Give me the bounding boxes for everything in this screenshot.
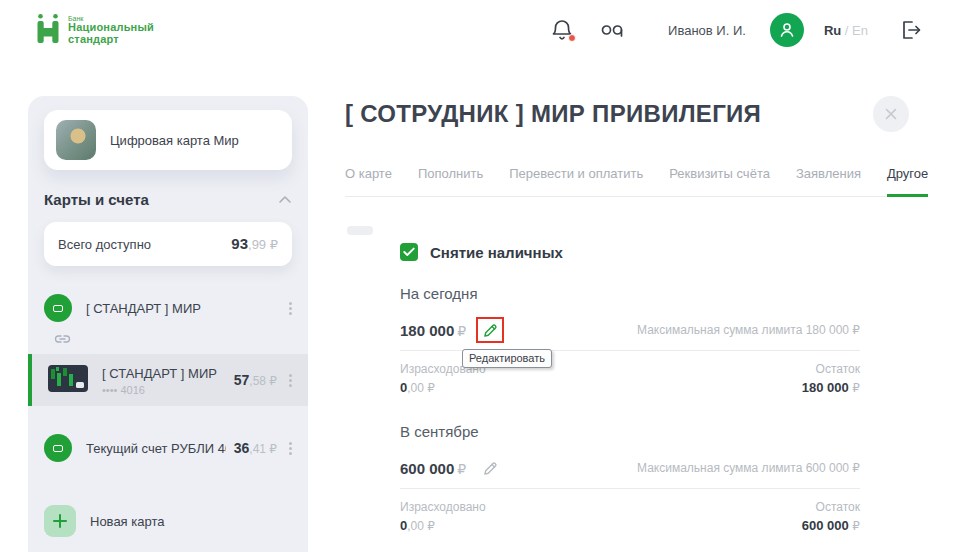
rest-value: 180 000 ₽: [802, 380, 860, 395]
limit-amount-value: 600 000: [400, 460, 454, 477]
spent-block: Израсходовано 0,00 ₽: [400, 500, 486, 533]
limit-amount: 180 000₽: [400, 322, 466, 339]
cards-accounts-title: Карты и счета: [44, 191, 149, 208]
amount-frac: ,99 ₽: [248, 237, 278, 252]
period-label: В сентябре: [400, 423, 860, 440]
rest-int: 600 000: [802, 518, 849, 533]
divider: [400, 488, 860, 489]
tab-zayavleniya[interactable]: Заявления: [796, 166, 861, 197]
limit-amount-row: 600 000₽ Максимальная сумма лимита 600 0…: [400, 454, 860, 482]
max-limit-label: Максимальная сумма лимита 180 000 ₽: [637, 323, 860, 337]
digital-card-image: [56, 120, 96, 160]
rest-cur: ₽: [852, 519, 860, 533]
card-balance: 57,58 ₽: [234, 371, 277, 389]
plus-icon: [44, 505, 76, 537]
rest-value: 600 000 ₽: [802, 518, 860, 533]
tab-rekvizity-scheta[interactable]: Реквизиты счёта: [669, 166, 770, 197]
spent-label: Израсходовано: [400, 500, 486, 514]
limit-amount: 600 000₽: [400, 460, 466, 477]
page-title: [ СОТРУДНИК ] МИР ПРИВИЛЕГИЯ: [345, 100, 761, 128]
rest-cur: ₽: [852, 381, 860, 395]
chevron-up-icon[interactable]: [278, 190, 292, 208]
tab-perevesti-i-oplatit[interactable]: Перевести и оплатить: [509, 166, 643, 197]
account-row-current-rub[interactable]: Текущий счет РУБЛИ 40 36,41 ₽: [28, 422, 308, 474]
card-row-standart-mir-4016-selected[interactable]: [ СТАНДАРТ ] МИР •••• 4016 57,58 ₽: [28, 354, 308, 406]
cards-accounts-heading: Карты и счета: [44, 190, 292, 208]
tab-drugoe-active[interactable]: Другое: [887, 166, 928, 197]
user-avatar[interactable]: [770, 13, 804, 47]
max-limit-label: Максимальная сумма лимита 600 000 ₽: [637, 461, 860, 475]
card-number-masked: •••• 4016: [102, 384, 217, 396]
rest-label: Остаток: [802, 362, 860, 376]
lang-separator: /: [845, 23, 849, 38]
digital-card-banner[interactable]: Цифровая карта Мир: [44, 110, 292, 170]
ruble-sign: ₽: [457, 461, 466, 477]
rest-int: 180 000: [802, 380, 849, 395]
bank-name-line2: стандарт: [68, 34, 154, 46]
checkbox-checked-icon[interactable]: [400, 243, 418, 261]
linked-card-row: [28, 332, 308, 350]
bank-logo-text: Банк Национальный стандарт: [68, 13, 154, 45]
kebab-menu-icon[interactable]: [287, 440, 294, 457]
total-available-label: Всего доступно: [58, 237, 151, 252]
logout-icon[interactable]: [898, 18, 922, 42]
edit-tooltip: Редактировать: [462, 349, 552, 368]
limit-section-today: На сегодня 180 000₽ Максимальная сумма л…: [400, 285, 860, 395]
card-name: [ СТАНДАРТ ] МИР: [102, 366, 217, 381]
support-headset-icon[interactable]: [600, 20, 626, 40]
rest-block: Остаток 600 000 ₽: [802, 500, 860, 533]
amount-frac: ,41 ₽: [249, 442, 277, 456]
new-card-button[interactable]: Новая карта: [28, 504, 308, 538]
kebab-menu-icon[interactable]: [287, 372, 294, 389]
ruble-sign: ₽: [457, 323, 466, 339]
cash-withdrawal-label: Снятие наличных: [430, 244, 563, 261]
rest-label: Остаток: [802, 500, 860, 514]
card-row-standart-mir[interactable]: [ СТАНДАРТ ] МИР: [28, 284, 308, 332]
total-available-amount: 93,99 ₽: [231, 235, 278, 253]
limits-content: Снятие наличных На сегодня 180 000₽ Макс…: [400, 243, 860, 533]
close-icon[interactable]: [873, 96, 909, 132]
card-detail-panel: [ СОТРУДНИК ] МИР ПРИВИЛЕГИЯ О карте Поп…: [345, 100, 920, 533]
kebab-menu-icon[interactable]: [287, 300, 294, 317]
title-row: [ СОТРУДНИК ] МИР ПРИВИЛЕГИЯ: [345, 100, 920, 132]
top-header: Банк Национальный стандарт Иванов И. И.: [0, 0, 960, 60]
limit-amount-row: 180 000₽ Максимальная сумма лимита 180 0…: [400, 316, 860, 344]
amount-int: 93: [231, 235, 248, 252]
lang-ru[interactable]: Ru: [824, 23, 841, 38]
account-balance: 36,41 ₽: [234, 439, 277, 457]
notification-badge: [568, 34, 576, 42]
notifications-bell-icon[interactable]: [550, 17, 574, 43]
user-name[interactable]: Иванов И. И.: [668, 23, 746, 38]
amount-int: 36: [234, 440, 250, 456]
card-info: [ СТАНДАРТ ] МИР •••• 4016: [102, 364, 217, 396]
limit-stats-row: Израсходовано 0,00 ₽ Остаток 600 000 ₽: [400, 500, 860, 533]
header-actions: Иванов И. И. Ru / En: [550, 13, 922, 47]
account-circle-icon: [44, 434, 72, 462]
limit-amount-value: 180 000: [400, 322, 454, 339]
rest-block: Остаток 180 000 ₽: [802, 362, 860, 395]
lang-en[interactable]: En: [852, 23, 868, 38]
chain-link-icon: [54, 332, 71, 350]
tab-o-karte[interactable]: О карте: [345, 166, 392, 197]
edit-pencil-icon[interactable]: [476, 455, 504, 481]
limit-section-september: В сентябре 600 000₽ Максимальная сумма л…: [400, 423, 860, 533]
account-name: Текущий счет РУБЛИ 40: [86, 441, 226, 456]
scroll-indicator: [347, 226, 373, 235]
digital-card-label: Цифровая карта Мир: [110, 133, 239, 148]
new-card-label: Новая карта: [90, 514, 164, 529]
card-circle-icon: [44, 294, 72, 322]
spent-frac: ,00 ₽: [407, 519, 435, 533]
period-label: На сегодня: [400, 285, 860, 302]
bank-logo-icon: [36, 13, 60, 47]
amount-frac: ,58 ₽: [249, 374, 277, 388]
spent-frac: ,00 ₽: [407, 381, 435, 395]
card-tabs: О карте Пополнить Перевести и оплатить Р…: [345, 166, 920, 197]
tab-popolnit[interactable]: Пополнить: [418, 166, 483, 197]
spent-value: 0,00 ₽: [400, 380, 486, 395]
cash-withdrawal-row: Снятие наличных: [400, 243, 860, 261]
bank-logo[interactable]: Банк Национальный стандарт: [36, 13, 154, 47]
edit-pencil-icon[interactable]: [476, 317, 504, 343]
amount-int: 57: [234, 372, 250, 388]
spent-value: 0,00 ₽: [400, 518, 486, 533]
total-available-card: Всего доступно 93,99 ₽: [44, 222, 292, 266]
